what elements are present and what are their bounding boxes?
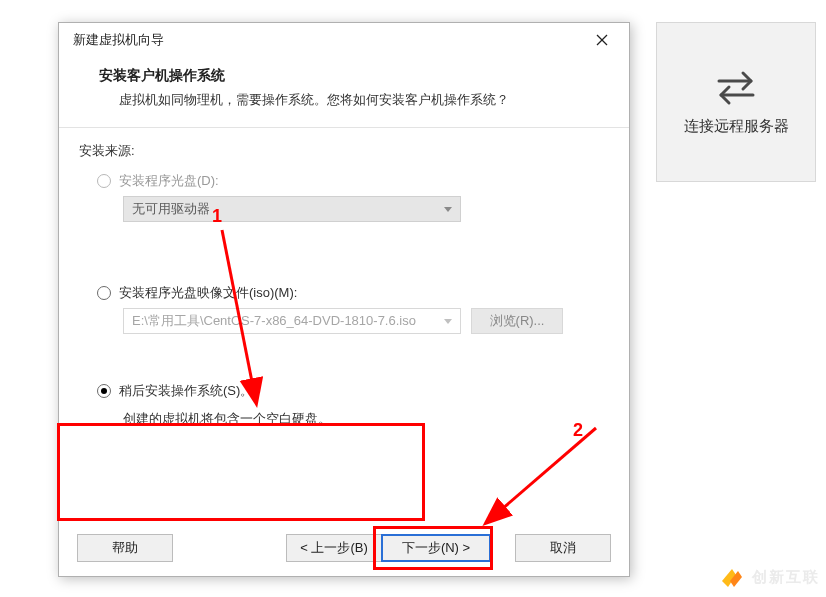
radio-install-later[interactable]: 稍后安装操作系统(S)。 — [97, 382, 609, 400]
content-area: 安装来源: 安装程序光盘(D): 无可用驱动器 安装程序光盘映像文件(iso)(… — [59, 138, 629, 520]
radio-install-disc: 安装程序光盘(D): — [97, 172, 609, 190]
next-button-label: 下一步(N) > — [402, 539, 470, 557]
cancel-button[interactable]: 取消 — [515, 534, 611, 562]
close-icon — [596, 34, 608, 46]
radio-install-iso-label: 安装程序光盘映像文件(iso)(M): — [119, 284, 297, 302]
radio-install-iso[interactable]: 安装程序光盘映像文件(iso)(M): — [97, 284, 609, 302]
window-title: 新建虚拟机向导 — [73, 31, 164, 49]
browse-button-label: 浏览(R)... — [490, 312, 545, 330]
iso-path-field: E:\常用工具\CentOS-7-x86_64-DVD-1810-7.6.iso — [123, 308, 461, 334]
swap-arrows-icon — [713, 69, 759, 107]
disc-drive-dropdown: 无可用驱动器 — [123, 196, 461, 222]
radio-icon — [97, 286, 111, 300]
titlebar: 新建虚拟机向导 — [59, 23, 629, 57]
radio-install-later-label: 稍后安装操作系统(S)。 — [119, 382, 253, 400]
install-source-label: 安装来源: — [79, 142, 609, 160]
back-button[interactable]: < 上一步(B) — [286, 534, 382, 562]
back-button-label: < 上一步(B) — [300, 539, 368, 557]
radio-icon — [97, 384, 111, 398]
radio-install-disc-label: 安装程序光盘(D): — [119, 172, 219, 190]
later-block: 稍后安装操作系统(S)。 创建的虚拟机将包含一个空白硬盘。 — [79, 364, 609, 440]
chevron-down-icon — [444, 319, 452, 324]
cancel-button-label: 取消 — [550, 539, 576, 557]
browse-button: 浏览(R)... — [471, 308, 563, 334]
iso-path-value: E:\常用工具\CentOS-7-x86_64-DVD-1810-7.6.iso — [132, 312, 416, 330]
next-button[interactable]: 下一步(N) > — [381, 534, 491, 562]
disc-drive-value: 无可用驱动器 — [132, 200, 210, 218]
help-button[interactable]: 帮助 — [77, 534, 173, 562]
logo-icon — [718, 563, 746, 591]
close-button[interactable] — [585, 26, 619, 54]
divider — [59, 127, 629, 128]
chevron-down-icon — [444, 207, 452, 212]
page-description: 虚拟机如同物理机，需要操作系统。您将如何安装客户机操作系统？ — [89, 91, 599, 109]
header-block: 安装客户机操作系统 虚拟机如同物理机，需要操作系统。您将如何安装客户机操作系统？ — [59, 57, 629, 123]
watermark-text: 创新互联 — [752, 568, 820, 587]
connect-remote-server-label: 连接远程服务器 — [684, 117, 789, 136]
help-button-label: 帮助 — [112, 539, 138, 557]
radio-icon — [97, 174, 111, 188]
connect-remote-server-tile[interactable]: 连接远程服务器 — [656, 22, 816, 182]
page-heading: 安装客户机操作系统 — [89, 67, 599, 85]
install-later-description: 创建的虚拟机将包含一个空白硬盘。 — [123, 410, 609, 428]
button-row: 帮助 < 上一步(B) 下一步(N) > 取消 — [59, 520, 629, 576]
new-vm-wizard-dialog: 新建虚拟机向导 安装客户机操作系统 虚拟机如同物理机，需要操作系统。您将如何安装… — [58, 22, 630, 577]
watermark-logo: 创新互联 — [718, 563, 820, 591]
